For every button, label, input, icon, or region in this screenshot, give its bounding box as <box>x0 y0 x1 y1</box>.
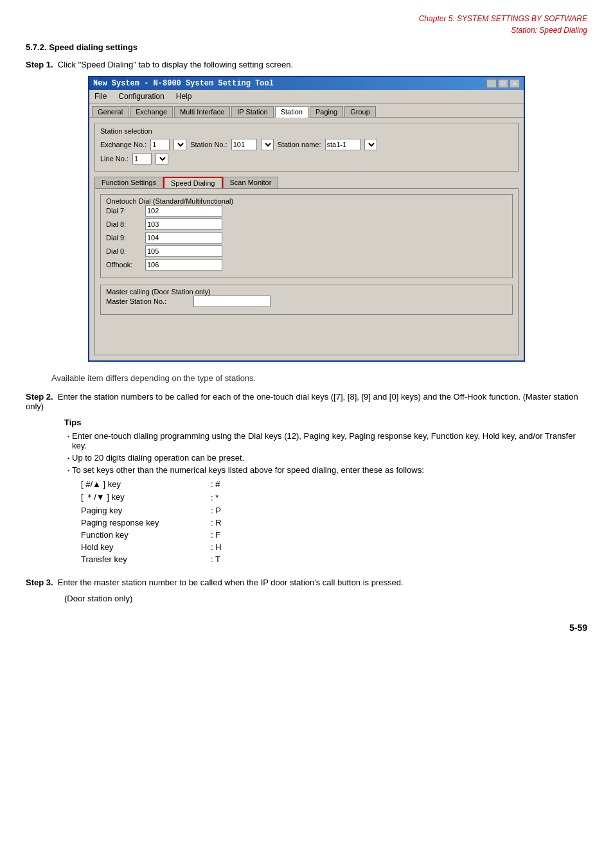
application-window: New System - N-8000 System Setting Tool … <box>88 76 525 362</box>
step3-subtext: (Door station only) <box>64 594 587 603</box>
chapter-line2: Station: Speed Dialing <box>26 24 587 36</box>
key-row-transfer: Transfer key : T <box>81 554 222 565</box>
station-no-input[interactable] <box>231 139 257 150</box>
offhook-input[interactable] <box>145 259 222 270</box>
step1-label: Step 1. <box>26 60 53 69</box>
dial9-input[interactable] <box>145 232 222 244</box>
tab-station[interactable]: Station <box>275 106 308 118</box>
key-star-label: [ ＊/▼ ] key <box>81 491 209 504</box>
chapter-header: Chapter 5: SYSTEM SETTINGS BY SOFTWARE S… <box>26 13 587 36</box>
key-row-paging: Paging key : P <box>81 505 222 516</box>
tab-multi-interface[interactable]: Multi Interface <box>174 106 230 117</box>
onetouch-dial-group: Onetouch Dial (Standard/Multifunctional)… <box>100 194 513 278</box>
key-hold-value: : H <box>211 542 222 553</box>
key-function-value: : F <box>211 529 222 540</box>
station-name-input[interactable] <box>325 139 360 150</box>
tip-item-1: Enter one-touch dialing programming usin… <box>64 431 587 450</box>
dial7-label: Dial 7: <box>106 207 141 215</box>
station-name-label: Station name: <box>278 141 321 148</box>
step1-block: Step 1. Click "Speed Dialing" tab to dis… <box>26 60 587 362</box>
dial9-row: Dial 9: <box>106 232 507 244</box>
line-no-row: Line No.: <box>100 153 513 164</box>
key-hold-label: Hold key <box>81 542 209 553</box>
tab-general[interactable]: General <box>92 106 129 117</box>
tab-ip-station[interactable]: IP Station <box>231 106 274 117</box>
menu-configuration[interactable]: Configuration <box>116 91 166 102</box>
station-selection-group: Station selection Exchange No.: Station … <box>94 123 519 172</box>
tab-scan-monitor[interactable]: Scan Monitor <box>223 177 279 188</box>
step2-description: Enter the station numbers to be called f… <box>26 392 578 411</box>
step3-text: Step 3. Enter the master station number … <box>26 578 587 587</box>
master-calling-group: Master calling (Door Station only) Maste… <box>100 285 513 315</box>
dial0-input[interactable] <box>145 245 222 257</box>
step1-text: Step 1. Click "Speed Dialing" tab to dis… <box>26 60 587 69</box>
page-number: 5-59 <box>26 623 587 633</box>
exchange-input[interactable] <box>150 139 170 150</box>
key-paging-response-value: : R <box>211 517 222 528</box>
tab-function-settings[interactable]: Function Settings <box>94 177 163 188</box>
onetouch-dial-legend: Onetouch Dial (Standard/Multifunctional) <box>106 197 507 205</box>
tab-group[interactable]: Group <box>344 106 376 117</box>
maximize-button[interactable]: □ <box>498 79 508 88</box>
minimize-button[interactable]: _ <box>486 79 497 88</box>
station-no-select[interactable] <box>261 139 274 150</box>
key-function-label: Function key <box>81 529 209 540</box>
master-station-label: Master Station No.: <box>106 297 190 305</box>
exchange-label: Exchange No.: <box>100 141 147 148</box>
tab-speed-dialing[interactable]: Speed Dialing <box>163 177 223 188</box>
line-no-select[interactable] <box>155 153 168 164</box>
station-name-select[interactable] <box>364 139 377 150</box>
dial8-input[interactable] <box>145 218 222 230</box>
key-row-star: [ ＊/▼ ] key : * <box>81 491 222 504</box>
menu-help[interactable]: Help <box>173 91 195 102</box>
dial7-input[interactable] <box>145 205 222 217</box>
master-station-row: Master Station No.: <box>106 296 507 307</box>
tips-section: Tips Enter one-touch dialing programming… <box>64 418 587 566</box>
key-paging-label: Paging key <box>81 505 209 516</box>
exchange-row: Exchange No.: Station No.: Station name: <box>100 139 513 150</box>
close-button[interactable]: ✕ <box>510 79 520 88</box>
key-transfer-label: Transfer key <box>81 554 209 565</box>
key-paging-response-label: Paging response key <box>81 517 209 528</box>
master-station-input[interactable] <box>193 296 271 307</box>
line-no-input[interactable] <box>132 153 152 164</box>
step2-text: Step 2. Enter the station numbers to be … <box>26 392 587 411</box>
key-table: [ #/▲ ] key : # [ ＊/▼ ] key : * Paging k… <box>80 477 223 566</box>
window-titlebar: New System - N-8000 System Setting Tool … <box>89 77 524 90</box>
key-row-function: Function key : F <box>81 529 222 540</box>
key-hash-value: : # <box>211 479 222 490</box>
step3-description: Enter the master station number to be ca… <box>58 578 404 587</box>
key-hash-label: [ #/▲ ] key <box>81 479 209 490</box>
tip-item-2: Up to 20 digits dialing operation can be… <box>64 453 587 463</box>
tab-paging[interactable]: Paging <box>310 106 343 117</box>
key-row-hold: Hold key : H <box>81 542 222 553</box>
chapter-line1: Chapter 5: SYSTEM SETTINGS BY SOFTWARE <box>26 13 587 24</box>
dial0-row: Dial 0: <box>106 245 507 257</box>
key-star-value: : * <box>211 491 222 504</box>
key-row-hash: [ #/▲ ] key : # <box>81 479 222 490</box>
key-transfer-value: : T <box>211 554 222 565</box>
tip-item-3: To set keys other than the numerical key… <box>64 465 587 475</box>
step1-description: Click "Speed Dialing" tab to display the… <box>58 60 293 69</box>
dial8-row: Dial 8: <box>106 218 507 230</box>
dial0-label: Dial 0: <box>106 247 141 255</box>
window-body: Station selection Exchange No.: Station … <box>89 118 524 360</box>
menubar: File Configuration Help <box>89 90 524 103</box>
window-title: New System - N-8000 System Setting Tool <box>93 79 274 88</box>
station-selection-legend: Station selection <box>100 127 513 135</box>
step2-label: Step 2. <box>26 392 53 402</box>
window-controls: _ □ ✕ <box>486 79 520 88</box>
note-text: Available item differs depending on the … <box>51 373 587 383</box>
content-area: Onetouch Dial (Standard/Multifunctional)… <box>94 188 519 355</box>
step3-block: Step 3. Enter the master station number … <box>26 578 587 603</box>
dial8-label: Dial 8: <box>106 220 141 228</box>
dial7-row: Dial 7: <box>106 205 507 217</box>
step3-label: Step 3. <box>26 578 53 587</box>
section-title: 5.7.2. Speed dialing settings <box>26 42 587 52</box>
dial9-label: Dial 9: <box>106 234 141 242</box>
exchange-select[interactable] <box>173 139 186 150</box>
master-calling-legend: Master calling (Door Station only) <box>106 288 507 296</box>
menu-file[interactable]: File <box>92 91 109 102</box>
offhook-label: Offhook: <box>106 261 141 269</box>
tab-exchange[interactable]: Exchange <box>130 106 173 117</box>
